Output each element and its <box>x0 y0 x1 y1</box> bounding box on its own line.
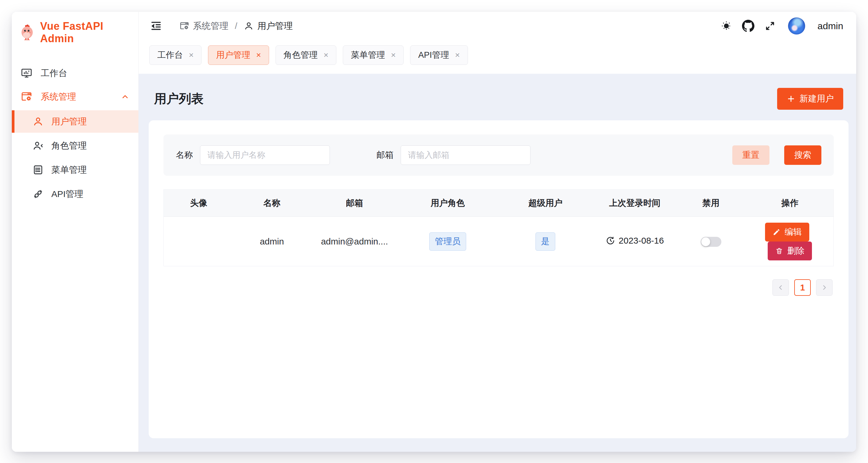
sidebar-item-apis[interactable]: API管理 <box>12 183 138 205</box>
close-icon[interactable]: × <box>324 51 329 59</box>
sidebar-item-users[interactable]: 用户管理 <box>12 110 138 133</box>
tab-label: 用户管理 <box>216 49 250 61</box>
sidebar-item-workbench[interactable]: 工作台 <box>12 61 138 85</box>
top-header: 系统管理 / 用户管理 <box>139 12 856 40</box>
close-icon[interactable]: × <box>391 51 396 59</box>
edit-label: 编辑 <box>784 226 802 238</box>
sidebar-item-label: 用户管理 <box>51 115 87 128</box>
last-login-value: 2023-08-16 <box>619 236 664 246</box>
close-icon[interactable]: × <box>455 51 460 59</box>
tab-label: 菜单管理 <box>351 49 385 61</box>
person-icon <box>244 21 254 31</box>
app-logo[interactable]: Vue FastAPI Admin <box>12 12 138 51</box>
close-icon[interactable]: × <box>256 51 261 59</box>
delete-button[interactable]: 删除 <box>768 241 812 260</box>
plus-icon <box>786 94 796 103</box>
sidebar-menu: 工作台 系统管理 <box>12 51 138 207</box>
cell-last-login: 2023-08-16 <box>594 217 676 266</box>
table-row: admin admin@admin.... 管理员 是 <box>164 217 834 266</box>
breadcrumb-item-users[interactable]: 用户管理 <box>244 20 293 32</box>
github-icon[interactable] <box>741 19 755 33</box>
theme-toggle-sun-icon[interactable] <box>720 19 733 33</box>
cell-email: admin@admin.... <box>310 217 399 266</box>
page-content: 用户列表 新建用户 名称 邮箱 <box>139 74 856 452</box>
table-header-row: 头像 名称 邮箱 用户角色 超级用户 上次登录时间 禁用 操作 <box>164 190 834 217</box>
window-gear-icon <box>21 91 32 103</box>
previous-page-button[interactable] <box>772 279 789 296</box>
sidebar-item-label: 系统管理 <box>41 91 113 103</box>
person-role-icon <box>32 140 44 151</box>
column-header-disabled: 禁用 <box>676 190 746 217</box>
cell-actions: 编辑 删除 <box>746 217 834 266</box>
column-header-superuser: 超级用户 <box>497 190 594 217</box>
edit-button[interactable]: 编辑 <box>765 223 809 241</box>
app-window: Vue FastAPI Admin 工作台 <box>12 12 856 452</box>
create-user-label: 新建用户 <box>800 93 834 105</box>
name-filter-input[interactable] <box>200 145 330 165</box>
column-header-lastlogin: 上次登录时间 <box>594 190 676 217</box>
api-plug-icon <box>32 189 44 200</box>
disabled-toggle[interactable] <box>701 237 721 247</box>
tab-workbench[interactable]: 工作台 × <box>149 45 202 65</box>
person-icon <box>32 116 44 127</box>
filter-panel: 名称 邮箱 重置 搜索 <box>163 134 834 176</box>
tab-menus[interactable]: 菜单管理 × <box>343 45 404 65</box>
tab-roles[interactable]: 角色管理 × <box>276 45 336 65</box>
tab-label: API管理 <box>418 49 449 61</box>
delete-label: 删除 <box>787 245 804 257</box>
breadcrumb-item-system[interactable]: 系统管理 <box>179 20 228 32</box>
chevron-up-icon <box>121 92 129 101</box>
cell-name: admin <box>234 217 310 266</box>
search-button[interactable]: 搜索 <box>784 145 822 165</box>
user-list-card: 名称 邮箱 重置 搜索 头像 名称 邮箱 用户角色 <box>149 120 848 438</box>
tabs-bar: 工作台 × 用户管理 × 角色管理 × 菜单管理 × API管理 × <box>139 40 856 74</box>
sidebar-item-menus[interactable]: 菜单管理 <box>12 159 138 181</box>
menu-list-icon <box>32 164 44 175</box>
toggle-knob <box>701 237 710 246</box>
page-number-1[interactable]: 1 <box>794 279 811 296</box>
monitor-icon <box>21 67 32 79</box>
fullscreen-icon[interactable] <box>763 19 777 33</box>
column-header-role: 用户角色 <box>399 190 497 217</box>
email-filter-label: 邮箱 <box>376 149 394 161</box>
column-header-email: 邮箱 <box>310 190 399 217</box>
chick-logo-icon <box>20 24 35 41</box>
user-avatar[interactable] <box>788 18 805 34</box>
page-header: 用户列表 新建用户 <box>149 85 848 110</box>
sidebar-item-label: 角色管理 <box>51 140 87 152</box>
cell-role: 管理员 <box>399 217 497 266</box>
sidebar-submenu: 用户管理 角色管理 <box>12 110 138 205</box>
cell-disabled <box>676 217 746 266</box>
next-page-button[interactable] <box>816 279 833 296</box>
sidebar-item-system[interactable]: 系统管理 <box>12 85 138 108</box>
main-area: 系统管理 / 用户管理 <box>139 12 856 452</box>
app-title: Vue FastAPI Admin <box>40 20 131 45</box>
username[interactable]: admin <box>817 21 843 32</box>
name-filter-label: 名称 <box>176 149 193 161</box>
breadcrumb: 系统管理 / 用户管理 <box>179 20 293 32</box>
breadcrumb-label: 用户管理 <box>257 20 293 32</box>
pencil-icon <box>773 228 780 236</box>
sidebar-item-roles[interactable]: 角色管理 <box>12 134 138 157</box>
column-header-actions: 操作 <box>746 190 834 217</box>
breadcrumb-label: 系统管理 <box>193 20 228 32</box>
close-icon[interactable]: × <box>189 51 193 59</box>
tab-label: 角色管理 <box>283 49 318 61</box>
email-filter-input[interactable] <box>401 145 530 165</box>
users-table: 头像 名称 邮箱 用户角色 超级用户 上次登录时间 禁用 操作 <box>163 189 834 266</box>
column-header-avatar: 头像 <box>164 190 234 217</box>
reset-button[interactable]: 重置 <box>732 145 770 165</box>
create-user-button[interactable]: 新建用户 <box>777 88 843 110</box>
collapse-sidebar-icon[interactable] <box>149 19 163 33</box>
tab-users[interactable]: 用户管理 × <box>208 45 269 65</box>
cell-superuser: 是 <box>497 217 594 266</box>
role-tag: 管理员 <box>429 232 466 251</box>
window-gear-icon <box>179 21 189 31</box>
sidebar-item-label: API管理 <box>51 188 83 200</box>
breadcrumb-separator: / <box>235 21 237 31</box>
superuser-tag: 是 <box>535 232 555 251</box>
clock-history-icon <box>606 236 615 245</box>
trash-icon <box>775 247 783 255</box>
tab-apis[interactable]: API管理 × <box>410 45 468 65</box>
sidebar-item-label: 菜单管理 <box>51 164 87 176</box>
